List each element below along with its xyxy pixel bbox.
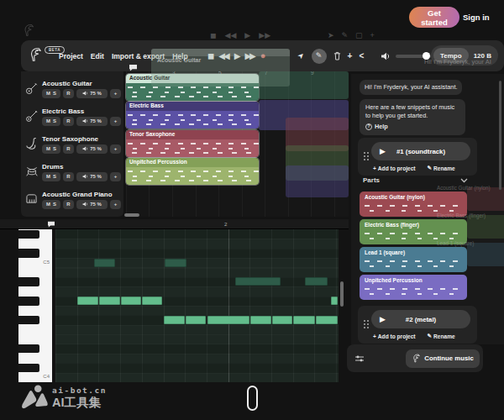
assistant-intro-text: Here are a few snippets of music to help…: [365, 103, 454, 119]
snippet-card-1: ▶ #1 (soundtrack) +Add to project ✎Renam…: [358, 138, 477, 176]
pencil-tool-button[interactable]: ✎: [312, 49, 327, 64]
track-volume-control[interactable]: 75 %: [76, 89, 108, 98]
record-arm-button[interactable]: R: [63, 117, 74, 126]
note-grid[interactable]: [55, 229, 339, 382]
snippet-2-play-button[interactable]: ▶ #2 (metal): [371, 310, 470, 328]
menu-edit[interactable]: Edit: [91, 52, 104, 60]
arrangement-timeline[interactable]: 3579 Acoustic GuitarElectric BassTenor S…: [126, 70, 349, 217]
midi-note[interactable]: [207, 316, 249, 324]
midi-note[interactable]: [293, 316, 315, 324]
track-options-button[interactable]: +: [110, 200, 121, 209]
ghost-tools-row: ➤ ✎ ▢ +: [328, 31, 375, 39]
midi-note[interactable]: [142, 297, 162, 305]
black-key[interactable]: [18, 316, 39, 324]
add-to-project-link[interactable]: +Add to project: [373, 333, 416, 339]
add-to-project-link[interactable]: +Add to project: [373, 165, 416, 171]
track-row[interactable]: Electric BassMSR75 %+: [21, 102, 123, 130]
assistant-scrollbar[interactable]: [499, 81, 501, 190]
record-arm-button[interactable]: R: [63, 144, 74, 154]
track-volume-control[interactable]: 75 %: [76, 144, 108, 154]
midi-note[interactable]: [94, 259, 115, 267]
drag-handle-icon[interactable]: [363, 319, 369, 329]
midi-note[interactable]: [165, 259, 186, 267]
speaker-icon: [82, 146, 88, 151]
speaker-icon[interactable]: [381, 52, 391, 60]
collapse-tool-button[interactable]: <: [359, 52, 364, 60]
vertical-scrollbar[interactable]: [340, 281, 344, 307]
parts-section-toggle[interactable]: Parts: [363, 176, 380, 184]
part-name: Lead 1 (square): [360, 247, 467, 255]
comment-bubble-icon[interactable]: [129, 64, 138, 71]
chevron-down-icon[interactable]: [460, 178, 468, 183]
mute-solo-button[interactable]: MS: [42, 89, 60, 98]
midi-note[interactable]: [272, 316, 292, 324]
track-options-button[interactable]: +: [110, 172, 121, 181]
track-row[interactable]: Acoustic Grand PianoMSR75 %+: [21, 186, 123, 213]
track-list-panel: Acoustic GuitarMSR75 %+Electric BassMSR7…: [21, 71, 123, 217]
footer: ai-bot.cn AI工具集: [0, 382, 504, 420]
delete-tool-button[interactable]: [333, 51, 341, 60]
midi-note[interactable]: [186, 316, 206, 324]
midi-note[interactable]: [99, 297, 120, 305]
track-options-button[interactable]: +: [110, 89, 121, 98]
comment-bubble-icon[interactable]: [47, 221, 55, 228]
midi-note[interactable]: [77, 297, 98, 305]
black-key[interactable]: [18, 230, 39, 239]
midi-note[interactable]: [235, 277, 281, 286]
clip-unpitched-percussion[interactable]: Unpitched Percussion: [126, 158, 259, 185]
black-key[interactable]: [18, 249, 39, 257]
black-key[interactable]: [18, 344, 39, 353]
select-tool-icon[interactable]: ➤: [297, 51, 307, 61]
track-row[interactable]: DrumsMSR75 %+: [21, 158, 123, 186]
track-volume-control[interactable]: 75 %: [76, 200, 108, 209]
piano-keys[interactable]: C5 C4: [18, 229, 52, 382]
snippet-1-title: #1 (soundtrack): [396, 148, 445, 155]
track-volume-control[interactable]: 75 %: [76, 117, 108, 126]
record-arm-button[interactable]: R: [63, 172, 74, 181]
settings-sliders-icon[interactable]: [354, 354, 365, 363]
midi-note[interactable]: [164, 316, 185, 324]
clip-tenor-saxophone[interactable]: Tenor Saxophone: [126, 130, 259, 157]
electric-bass-icon: [25, 110, 39, 123]
assistant-bottom-bar: Continue music: [347, 344, 483, 372]
track-options-button[interactable]: +: [110, 117, 121, 126]
midi-note[interactable]: [331, 297, 338, 305]
get-started-button[interactable]: Get started: [409, 7, 459, 28]
mute-solo-button[interactable]: MS: [42, 200, 60, 209]
part-notes-preview: [363, 285, 464, 295]
watermark-logo-icon: [20, 384, 49, 411]
help-link[interactable]: ? Help: [365, 123, 459, 131]
mute-solo-button[interactable]: MS: [42, 144, 60, 154]
midi-note[interactable]: [305, 277, 328, 286]
part-card-lead-1-square-[interactable]: Lead 1 (square): [360, 247, 467, 272]
sign-in-link[interactable]: Sign in: [463, 13, 490, 22]
snippet-1-play-button[interactable]: ▶ #1 (soundtrack): [371, 142, 470, 160]
pencil-icon: ✎: [428, 333, 433, 339]
black-key[interactable]: [18, 277, 39, 286]
part-card-unpitched-percussion[interactable]: Unpitched Percussion: [360, 275, 467, 300]
mute-solo-button[interactable]: MS: [42, 172, 60, 181]
clip-electric-bass[interactable]: Electric Bass: [126, 102, 259, 129]
black-key[interactable]: [18, 364, 39, 372]
track-row[interactable]: Tenor SaxophoneMSR75 %+: [21, 130, 123, 158]
rename-link[interactable]: ✎Rename: [428, 333, 455, 339]
piano-roll-ruler[interactable]: 2: [0, 219, 349, 229]
record-arm-button[interactable]: R: [63, 89, 74, 98]
record-arm-button[interactable]: R: [63, 200, 74, 209]
track-options-button[interactable]: +: [110, 144, 121, 154]
midi-note[interactable]: [316, 316, 338, 324]
track-row[interactable]: Acoustic GuitarMSR75 %+: [21, 75, 123, 102]
ghost-stop-icon: ◼: [210, 31, 216, 39]
mute-solo-button[interactable]: MS: [42, 117, 60, 126]
menu-project[interactable]: Project: [59, 52, 83, 60]
midi-note[interactable]: [121, 297, 141, 305]
drag-handle-icon[interactable]: [363, 151, 369, 161]
add-tool-button[interactable]: +: [348, 52, 353, 60]
track-volume-control[interactable]: 75 %: [76, 172, 108, 181]
continue-music-button[interactable]: Continue music: [406, 349, 480, 368]
rename-link[interactable]: ✎Rename: [428, 165, 455, 171]
black-key[interactable]: [18, 297, 39, 305]
midi-note[interactable]: [250, 316, 271, 324]
assistant-panel: Hi! I'm Fryderyk, your AI assistant. Her…: [351, 74, 504, 344]
horizontal-scrollbar[interactable]: [124, 213, 139, 217]
